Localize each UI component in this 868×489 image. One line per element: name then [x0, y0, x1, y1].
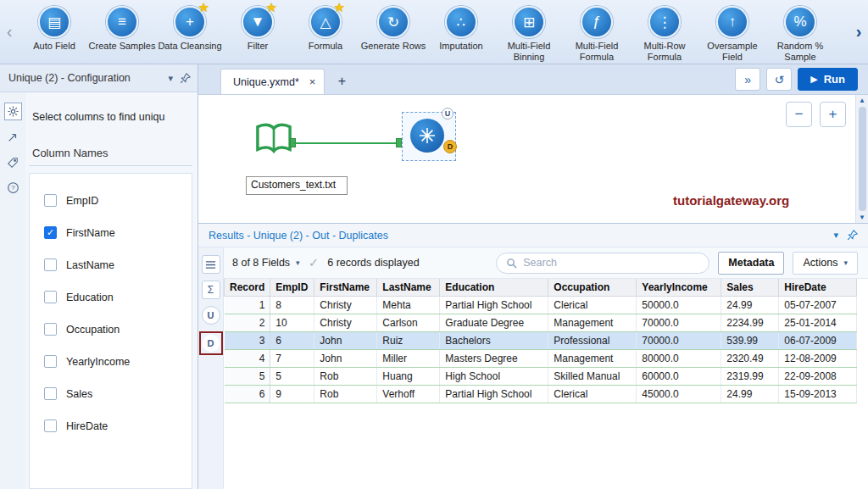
checkbox-yearlyincome[interactable] — [44, 355, 57, 368]
palette-tool-multi-field-formula[interactable]: ƒMulti-Field Formula — [563, 4, 631, 64]
chevron-down-icon[interactable]: ▾ — [168, 73, 173, 84]
input-anchor[interactable] — [396, 138, 402, 147]
column-header-hiredate[interactable]: HireDate — [779, 279, 857, 296]
column-header-lastname[interactable]: LastName — [377, 279, 440, 296]
column-option-yearlyincome[interactable]: YearlyIncome — [44, 355, 192, 368]
zoom-out-button[interactable]: − — [786, 102, 812, 127]
actions-button[interactable]: Actions ▾ — [793, 252, 858, 275]
unique-output-u-anchor[interactable]: U — [442, 108, 453, 119]
input-data-tool[interactable] — [254, 120, 293, 156]
metadata-button[interactable]: Metadata — [718, 252, 784, 275]
actions-label: Actions — [803, 257, 837, 269]
checkbox-education[interactable] — [44, 291, 57, 303]
oversample-field-icon: ↑ — [716, 6, 748, 38]
workflow-canvas[interactable]: U D Customers_text.txt tutorialgateway.o… — [198, 94, 868, 223]
table-row[interactable]: 69RobVerhoffPartial High SchoolClerical4… — [225, 385, 857, 403]
run-label: Run — [824, 73, 845, 86]
data-cell: John — [314, 349, 377, 367]
watermark-text: tutorialgateway.org — [673, 193, 789, 208]
data-cell: Masters Degree — [440, 349, 548, 367]
column-option-firstname[interactable]: ✓FirstName — [44, 226, 192, 239]
column-option-hiredate[interactable]: HireDate — [44, 420, 192, 432]
palette-tool-random-sample[interactable]: %Random % Sample — [766, 4, 834, 64]
input-tool-annotation[interactable]: Customers_text.txt — [246, 176, 348, 195]
pin-icon[interactable] — [180, 73, 191, 84]
table-row[interactable]: 18ChristyMehtaPartial High SchoolClerica… — [225, 296, 857, 314]
data-cell: 70000.0 — [637, 314, 721, 331]
palette-tool-formula[interactable]: △★Formula — [292, 4, 359, 64]
data-cell: Carlson — [377, 314, 440, 331]
column-header-sales[interactable]: Sales — [721, 279, 779, 296]
palette-tool-data-cleansing[interactable]: +★Data Cleansing — [156, 4, 224, 64]
scrollbar-thumb[interactable] — [859, 107, 866, 211]
palette-tool-oversample-field[interactable]: ↑Oversample Field — [698, 4, 766, 64]
data-cell: Huang — [377, 367, 440, 385]
results-search[interactable] — [496, 253, 709, 274]
data-cell: 9 — [270, 385, 314, 403]
checkbox-lastname[interactable] — [44, 258, 57, 271]
column-option-sales[interactable]: Sales — [44, 387, 192, 400]
palette-tool-filter[interactable]: ▼★Filter — [224, 4, 292, 64]
unique-tool[interactable]: U D — [402, 112, 456, 161]
checkbox-sales[interactable] — [44, 387, 57, 400]
column-header-empid[interactable]: EmpID — [270, 279, 314, 296]
table-row[interactable]: 36JohnRuizBachelorsProfessional70000.053… — [225, 331, 857, 349]
scroll-down-icon[interactable]: ▼ — [859, 214, 865, 221]
help-icon[interactable]: ? — [4, 179, 22, 197]
close-icon[interactable]: × — [309, 75, 316, 88]
search-icon — [506, 258, 517, 269]
palette-scroll-left-icon[interactable]: ‹ — [0, 0, 19, 64]
palette-tool-multi-field-binning[interactable]: ⊞Multi-Field Binning — [495, 4, 563, 64]
profile-sigma-icon[interactable]: Σ — [202, 281, 220, 299]
toolbar-overflow-button[interactable]: » — [735, 68, 760, 91]
run-button[interactable]: ▶ Run — [798, 68, 858, 91]
tab-unique-workflow[interactable]: Unique.yxmd* × — [220, 69, 325, 94]
duplicate-output-d-anchor[interactable]: D — [443, 140, 457, 153]
column-header-occupation[interactable]: Occupation — [548, 279, 637, 296]
unique-output-button[interactable]: U — [202, 306, 220, 325]
new-workflow-button[interactable]: + — [330, 71, 353, 92]
checkbox-firstname[interactable]: ✓ — [44, 226, 57, 239]
workflow-history-button[interactable]: ↺ — [766, 68, 792, 91]
data-cell: 70000.0 — [637, 331, 721, 349]
palette-tool-imputation[interactable]: ∴Imputation — [427, 4, 495, 64]
column-header-record[interactable]: Record — [225, 279, 270, 296]
table-view-icon[interactable] — [202, 255, 220, 274]
tag-icon[interactable] — [4, 153, 22, 171]
checkbox-occupation[interactable] — [44, 323, 57, 336]
column-label: HireDate — [66, 420, 108, 432]
table-row[interactable]: 210ChristyCarlsonGraduate DegreeManageme… — [225, 314, 857, 331]
column-option-empid[interactable]: EmpID — [44, 194, 192, 207]
zoom-in-button[interactable]: + — [820, 102, 846, 127]
data-cell: 6 — [270, 331, 314, 349]
palette-tool-create-samples[interactable]: ≡Create Samples — [88, 4, 156, 64]
palette-tool-generate-rows[interactable]: ↻Generate Rows — [359, 4, 427, 64]
canvas-vertical-scrollbar[interactable]: ▲ ▼ — [855, 95, 868, 223]
column-option-occupation[interactable]: Occupation — [44, 323, 192, 336]
palette-scroll-right-icon[interactable]: › — [849, 0, 868, 64]
palette-tool-auto-field[interactable]: ▤Auto Field — [20, 4, 88, 64]
table-row[interactable]: 47JohnMillerMasters DegreeManagement8000… — [225, 349, 857, 367]
column-header-yearlyincome[interactable]: YearlyIncome — [637, 279, 721, 296]
checkbox-empid[interactable] — [44, 194, 57, 207]
data-cell: Clerical — [548, 296, 637, 314]
apply-check-icon[interactable]: ✓ — [309, 255, 320, 270]
chevron-down-icon[interactable]: ▾ — [833, 230, 838, 241]
column-header-firstname[interactable]: FirstName — [314, 279, 377, 296]
palette-tool-multi-row-formula[interactable]: ⋮Multi-Row Formula — [631, 4, 698, 64]
pin-icon[interactable] — [847, 230, 858, 241]
scroll-up-icon[interactable]: ▲ — [859, 97, 865, 104]
checkbox-hiredate[interactable] — [44, 420, 57, 432]
duplicates-output-button[interactable]: D — [203, 335, 220, 352]
column-option-lastname[interactable]: LastName — [44, 258, 192, 271]
tab-title: Unique.yxmd* — [233, 76, 299, 88]
data-cell: Mehta — [377, 296, 440, 314]
table-row[interactable]: 55RobHuangHigh SchoolSkilled Manual60000… — [225, 367, 857, 385]
fields-dropdown[interactable]: 8 of 8 Fields ▾ — [232, 257, 300, 269]
gear-icon[interactable] — [4, 103, 22, 120]
search-input[interactable] — [523, 257, 699, 269]
column-header-education[interactable]: Education — [440, 279, 548, 296]
navigate-arrow-icon[interactable] — [4, 128, 22, 146]
column-label: FirstName — [66, 227, 115, 239]
column-option-education[interactable]: Education — [44, 291, 192, 303]
